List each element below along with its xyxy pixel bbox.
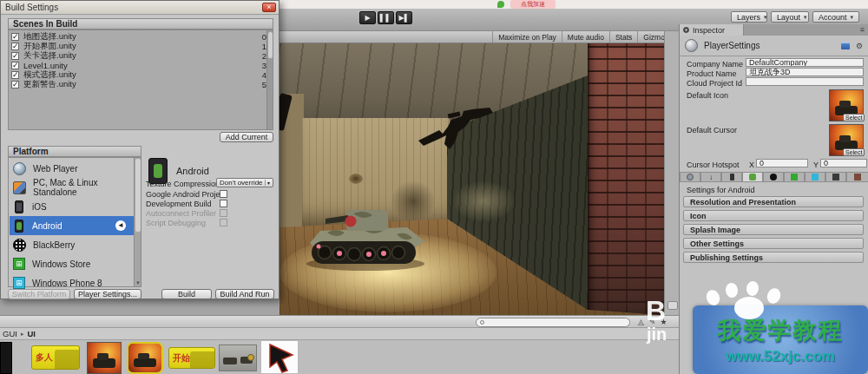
asset-thumbnail-tank-icon-rounded[interactable] [127,342,163,374]
project-panel-toolbar: ◬ ✎ ★ [0,315,679,328]
tab-android[interactable] [742,172,763,182]
product-name-input[interactable]: 坦克战争3D [746,68,864,76]
unity-editor-window: 点我加速 ▶ ▌▌ ▶▌ Layers▾ Layout▾ Account▾ Ma… [0,0,868,374]
maximize-on-play-toggle[interactable]: Maximize on Play [492,31,562,43]
project-filter-icon[interactable]: ◬ [636,318,646,327]
tab-standalone[interactable]: ↓ [700,172,721,182]
company-name-input[interactable]: DefaultCompany [746,58,864,67]
platform-item-standalone[interactable]: PC, Mac & Linux Standalone [10,178,135,197]
build-and-run-button[interactable]: Build And Run [215,289,274,299]
blackberry-icon [770,174,777,180]
hotspot-y-input[interactable]: 0 [820,159,867,167]
close-icon[interactable]: × [262,3,276,12]
inspector-tab-row: Inspector ≡ [680,24,868,36]
panel-divider-strip [664,31,679,315]
scene-checkbox[interactable]: ✓ [11,33,19,41]
scrollbar-thumb[interactable] [268,32,273,58]
tab-extra-platform[interactable] [846,172,868,182]
section-icon[interactable]: Icon [683,210,864,221]
asset-thumbnail-tanks-gray[interactable] [219,344,257,371]
dialog-title-bar[interactable]: Build Settings [1,1,279,15]
breadcrumb-parent[interactable]: GUI [3,329,17,338]
tab-windows-phone[interactable] [805,172,825,182]
asset-thumbnail-multiplayer-button[interactable]: 多人 [31,345,80,370]
play-button[interactable]: ▶ [359,11,376,24]
scenes-scrollbar[interactable] [266,30,273,129]
asset-thumbnail-tank-icon[interactable] [87,342,122,374]
add-current-button[interactable]: Add Current [220,132,273,142]
step-button[interactable]: ▶▌ [396,11,412,24]
player-settings-button[interactable]: Player Settings... [74,289,141,299]
mute-audio-toggle[interactable]: Mute audio [562,31,609,43]
scene-row[interactable]: ✓ 更新警告.unity 5 [11,80,269,89]
build-button[interactable]: Build [161,289,212,299]
chevron-down-icon: ▾ [804,14,807,21]
accelerator-badge[interactable]: 点我加速 [510,0,556,9]
scene-checkbox[interactable]: ✓ [11,71,19,79]
pause-button[interactable]: ▌▌ [378,11,394,24]
product-name-label: Product Name [687,69,737,78]
inspector-tab-icon [683,27,689,33]
game-view-toolbar: Maximize on Play Mute audio Stats Gizmos… [279,31,679,43]
tab-inspector[interactable]: Inspector [680,24,744,36]
account-dropdown[interactable]: Account▾ [812,11,859,23]
scenes-in-build-header: Scenes In Build [8,18,273,30]
script-debugging-checkbox [220,219,227,226]
breadcrumb-current[interactable]: UI [27,329,36,338]
section-resolution-and-presentation[interactable]: Resolution and Presentation [683,196,864,207]
platform-item-web-player[interactable]: Web Player [10,159,135,178]
scroll-down-arrow-icon[interactable]: ▼ [135,280,141,285]
scene-row[interactable]: ✓ 关卡选择.unity 2 [11,51,269,61]
texture-compression-label: Texture Compression [146,180,220,188]
gear-icon[interactable]: ⚙ [856,42,863,50]
section-splash-image[interactable]: Splash Image [683,224,864,235]
section-other-settings[interactable]: Other Settings [683,238,864,249]
default-icon-select-button[interactable]: Select [843,114,865,121]
platform-item-android[interactable]: Android ◄ [10,216,135,235]
stats-toggle[interactable]: Stats [609,31,637,43]
asset-thumbnail-arrow-cursor[interactable] [260,340,299,374]
cloud-project-id-input[interactable] [746,77,864,86]
platform-item-ios[interactable]: iOS [10,197,135,216]
development-build-checkbox[interactable] [220,200,227,207]
search-input[interactable] [476,318,630,327]
scene-checkbox[interactable]: ✓ [11,62,19,69]
hotspot-x-input[interactable]: 0 [756,159,808,167]
platform-item-blackberry[interactable]: BlackBerry [10,235,135,254]
scene-checkbox[interactable]: ✓ [11,43,19,50]
menu-icon[interactable]: ≡ [860,25,865,34]
scrollbar-thumb[interactable] [135,159,141,232]
layout-dropdown[interactable]: Layout▾ [771,11,809,23]
asset-thumbnail-grid: 多人 开始 [0,340,679,374]
scene-checkbox[interactable]: ✓ [11,52,19,60]
chevron-down-icon: ▾ [851,14,854,21]
layers-dropdown[interactable]: Layers▾ [731,11,767,23]
accelerator-icon[interactable] [495,0,506,9]
texture-compression-dropdown[interactable]: Don't override ▾ [216,178,273,187]
breadcrumb: GUI ▸ UI [0,328,679,340]
web-player-icon [687,174,694,180]
tab-blackberry[interactable] [763,172,784,182]
scene-wall-light [451,180,516,222]
unity-logo-badge: ◄ [115,220,126,231]
asset-thumbnail-start-button[interactable]: 开始 [168,347,215,369]
arrow-cursor-icon [261,341,299,374]
tab-ios[interactable] [721,172,742,182]
tab-windows-store[interactable] [784,172,805,182]
asset-thumbnail-dark[interactable] [0,342,12,374]
watermark-letter-b: B [646,295,666,327]
tab-tizen[interactable] [825,172,846,182]
tab-web-player[interactable] [680,172,700,182]
windows-store-icon: ⊞ [13,258,25,270]
scene-checkbox[interactable]: ✓ [11,81,19,89]
platform-item-windows-store[interactable]: ⊞ Windows Store [10,254,135,273]
platform-header: Platform [8,146,141,157]
rifle-model [417,101,496,156]
game-view-scene [279,43,664,315]
google-android-project-checkbox[interactable] [220,190,227,198]
help-book-icon[interactable] [841,42,850,49]
default-cursor-select-button[interactable]: Select [843,148,865,156]
platform-scrollbar[interactable]: ▼ [134,158,141,286]
google-android-project-label: Google Android Project [146,190,227,199]
section-publishing-settings[interactable]: Publishing Settings [683,252,864,263]
